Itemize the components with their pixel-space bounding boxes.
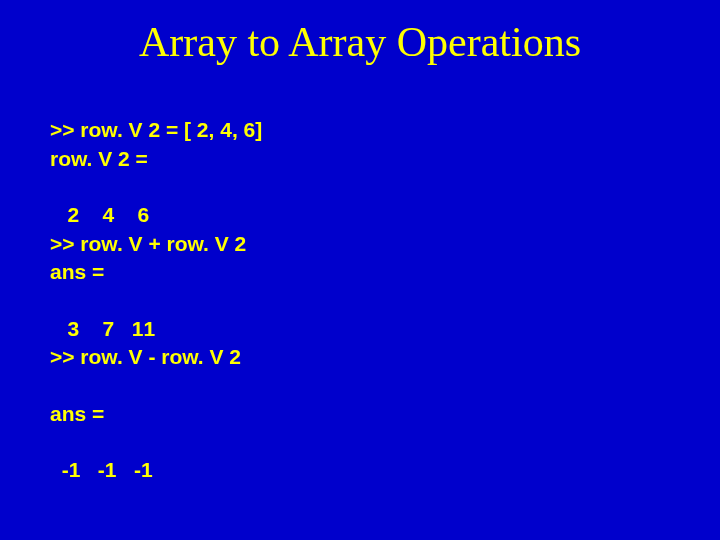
- code-line: -1 -1 -1: [50, 458, 153, 481]
- slide: Array to Array Operations >> row. V 2 = …: [0, 0, 720, 540]
- code-line: >> row. V + row. V 2: [50, 232, 246, 255]
- code-line: ans =: [50, 402, 104, 425]
- code-line: 2 4 6: [50, 203, 149, 226]
- code-line: >> row. V 2 = [ 2, 4, 6]: [50, 118, 262, 141]
- code-line: >> row. V - row. V 2: [50, 345, 241, 368]
- code-block: >> row. V 2 = [ 2, 4, 6] row. V 2 = 2 4 …: [50, 88, 670, 513]
- code-line: ans =: [50, 260, 104, 283]
- code-line: row. V 2 =: [50, 147, 148, 170]
- slide-title: Array to Array Operations: [50, 18, 670, 66]
- code-line: 3 7 11: [50, 317, 155, 340]
